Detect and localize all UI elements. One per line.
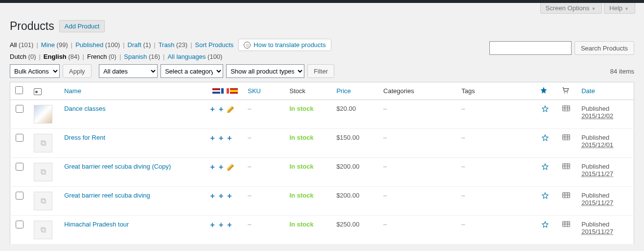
featured-toggle[interactable] xyxy=(541,105,549,113)
product-thumbnail[interactable]: ⧉ xyxy=(34,221,52,239)
product-type-icon xyxy=(562,192,570,200)
add-translation-icon[interactable]: + xyxy=(227,221,231,229)
translate-products-button[interactable]: ♫How to translate products xyxy=(238,39,331,51)
bulk-actions-select[interactable]: Bulk Actions xyxy=(10,64,60,78)
product-name-link[interactable]: Dance classes xyxy=(64,105,106,112)
add-translation-icon[interactable]: + xyxy=(210,134,215,143)
screen-options-toggle[interactable]: Screen Options▼ xyxy=(540,3,602,14)
svg-point-0 xyxy=(564,92,565,93)
stock-status: In stock xyxy=(290,221,314,228)
product-thumbnail[interactable]: ⧉ xyxy=(34,192,52,210)
help-toggle[interactable]: Help▼ xyxy=(604,3,635,14)
product-name-link[interactable]: Great barrier reef scuba diving xyxy=(64,192,150,199)
row-checkbox[interactable] xyxy=(16,192,23,200)
date-cell: Published2015/12/02 xyxy=(576,100,634,129)
add-translation-icon[interactable]: + xyxy=(210,163,215,172)
column-name[interactable]: Name xyxy=(59,82,205,100)
edit-translation-icon[interactable] xyxy=(227,106,234,113)
row-checkbox[interactable] xyxy=(16,105,23,113)
add-translation-icon[interactable]: + xyxy=(227,192,231,201)
tags-value: – xyxy=(461,105,465,112)
status-filter-mine[interactable]: Mine (99) xyxy=(41,41,68,49)
lang-filter-french[interactable]: French (0) xyxy=(87,53,116,60)
filter-dates-select[interactable]: All dates xyxy=(99,64,158,78)
add-translation-icon[interactable]: + xyxy=(219,134,223,143)
items-count: 84 items xyxy=(610,68,634,75)
add-product-button[interactable]: Add Product xyxy=(59,20,105,32)
lang-filter-spanish[interactable]: Spanish (16) xyxy=(124,53,160,60)
table-row: Dance classes++–In stock$20.00––Publishe… xyxy=(10,100,634,129)
add-translation-icon[interactable]: + xyxy=(210,192,215,201)
select-all-checkbox[interactable] xyxy=(15,86,23,94)
lang-filter-english[interactable]: English (84) xyxy=(44,53,80,60)
search-products-button[interactable]: Search Products xyxy=(575,41,634,55)
column-languages xyxy=(206,82,243,100)
edit-translation-icon[interactable] xyxy=(227,164,234,171)
product-name-link[interactable]: Great barrier reef scuba diving (Copy) xyxy=(64,163,171,170)
svg-rect-22 xyxy=(563,222,570,227)
status-filter-published[interactable]: Published (100) xyxy=(75,41,120,49)
product-thumbnail[interactable]: ⧉ xyxy=(34,163,52,181)
product-name-link[interactable]: Himachal Pradesh tour xyxy=(64,221,129,228)
status-filter-trash[interactable]: Trash (23) xyxy=(159,41,187,49)
add-translation-icon[interactable]: + xyxy=(219,163,223,172)
filter-category-select[interactable]: Select a category xyxy=(161,64,223,78)
star-filled-icon xyxy=(540,86,548,94)
date-cell: Published2015/11/27 xyxy=(576,158,634,187)
column-categories: Categories xyxy=(378,82,457,100)
product-thumbnail[interactable] xyxy=(34,105,52,124)
row-checkbox[interactable] xyxy=(16,221,23,228)
add-translation-icon[interactable]: + xyxy=(219,221,223,229)
sku-value: – xyxy=(248,221,251,228)
screen-meta-links: Screen Options▼ Help▼ xyxy=(0,3,644,14)
flag-fr-icon xyxy=(221,88,229,94)
lang-filter-all-languages[interactable]: All languages (100) xyxy=(167,53,222,60)
column-date[interactable]: Date xyxy=(576,82,634,100)
product-thumbnail[interactable]: ⧉ xyxy=(34,134,52,152)
categories-value: – xyxy=(383,105,387,112)
flag-es-icon xyxy=(230,88,238,94)
stock-status: In stock xyxy=(290,192,314,199)
column-stock: Stock xyxy=(285,82,332,100)
status-filter-sort-products[interactable]: Sort Products xyxy=(195,41,234,49)
status-filter-draft[interactable]: Draft (1) xyxy=(128,41,151,49)
tablenav-top: Bulk Actions Apply All dates Select a ca… xyxy=(10,64,634,78)
chevron-down-icon: ▼ xyxy=(591,6,596,11)
filter-button[interactable]: Filter xyxy=(307,64,334,78)
lang-filter-dutch[interactable]: Dutch (0) xyxy=(10,53,36,60)
status-filter-all[interactable]: All (101) xyxy=(10,41,33,49)
column-price[interactable]: Price xyxy=(331,82,378,100)
svg-rect-12 xyxy=(563,164,570,169)
categories-value: – xyxy=(383,134,387,141)
add-translation-icon[interactable]: + xyxy=(219,105,223,114)
featured-toggle[interactable] xyxy=(541,134,549,142)
featured-toggle[interactable] xyxy=(541,221,549,228)
column-thumbnail xyxy=(29,82,59,100)
column-tags: Tags xyxy=(457,82,535,100)
search-input[interactable] xyxy=(489,41,572,55)
categories-value: – xyxy=(383,221,387,228)
featured-toggle[interactable] xyxy=(541,192,549,200)
row-checkbox[interactable] xyxy=(16,134,23,142)
column-sku[interactable]: SKU xyxy=(243,82,284,100)
add-translation-icon[interactable]: + xyxy=(210,105,215,114)
add-translation-icon[interactable]: + xyxy=(219,192,223,201)
add-translation-icon[interactable]: + xyxy=(210,221,215,229)
add-translation-icon[interactable]: + xyxy=(227,134,231,143)
bulk-apply-button[interactable]: Apply xyxy=(63,64,92,78)
featured-toggle[interactable] xyxy=(541,163,549,171)
price-value: $200.00 xyxy=(331,158,378,187)
tags-value: – xyxy=(461,221,465,228)
chevron-down-icon: ▼ xyxy=(624,6,629,11)
filter-product-type-select[interactable]: Show all product types xyxy=(226,64,304,78)
product-name-link[interactable]: Dress for Rent xyxy=(64,134,105,141)
svg-point-1 xyxy=(567,92,568,93)
row-checkbox[interactable] xyxy=(16,163,23,171)
table-row: ⧉Great barrier reef scuba diving (Copy)+… xyxy=(10,158,634,187)
headset-icon: ♫ xyxy=(244,42,251,49)
svg-rect-2 xyxy=(563,106,570,111)
price-value: $200.00 xyxy=(331,187,378,216)
cart-icon xyxy=(561,88,570,96)
sku-value: – xyxy=(248,134,251,141)
categories-value: – xyxy=(383,192,387,199)
